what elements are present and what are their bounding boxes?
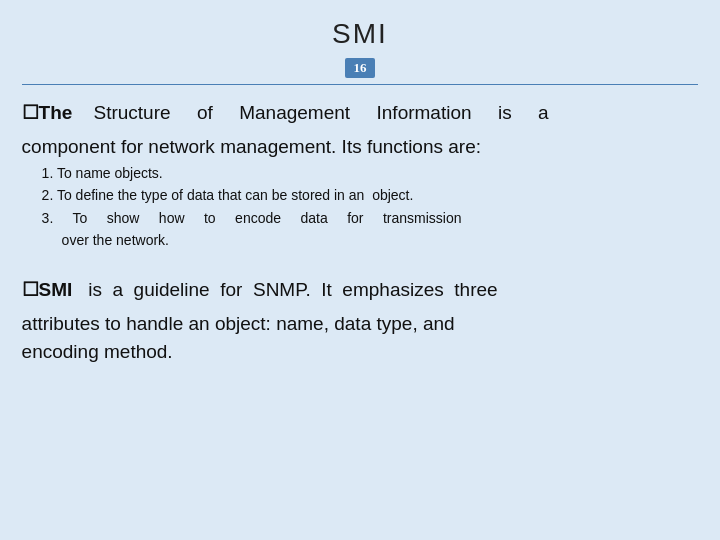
- slide-title: SMI: [0, 18, 720, 50]
- list-item-2: 2. To define the type of data that can b…: [42, 184, 699, 206]
- bullet2-line2: attributes to handle an object: name, da…: [22, 310, 699, 338]
- slide-number: 16: [345, 58, 375, 78]
- sub-list-1: 1. To name objects. 2. To define the typ…: [22, 162, 699, 252]
- bullet1-line2: component for network management. Its fu…: [22, 133, 699, 161]
- bullet1-heading: ☐The Structure of Management Information…: [22, 99, 699, 127]
- bullet1-marker: ☐The: [22, 102, 73, 123]
- divider: [22, 84, 699, 85]
- bullet2-heading: ☐SMI is a guideline for SNMP. It emphasi…: [22, 276, 699, 305]
- title-area: SMI: [0, 0, 720, 54]
- slide-number-container: 16: [345, 58, 375, 78]
- slide: SMI 16 ☐The Structure of Management Info…: [0, 0, 720, 540]
- bullet-block-2: ☐SMI is a guideline for SNMP. It emphasi…: [22, 276, 699, 366]
- bullet-block-1: ☐The Structure of Management Information…: [22, 99, 699, 252]
- content-area: ☐The Structure of Management Information…: [22, 99, 699, 540]
- bullet2-line3: encoding method.: [22, 338, 699, 366]
- list-item-3: 3. To show how to encode data for transm…: [42, 207, 699, 229]
- bullet2-marker: ☐SMI: [22, 279, 73, 300]
- list-item-1: 1. To name objects.: [42, 162, 699, 184]
- list-item-3b: over the network.: [42, 229, 699, 251]
